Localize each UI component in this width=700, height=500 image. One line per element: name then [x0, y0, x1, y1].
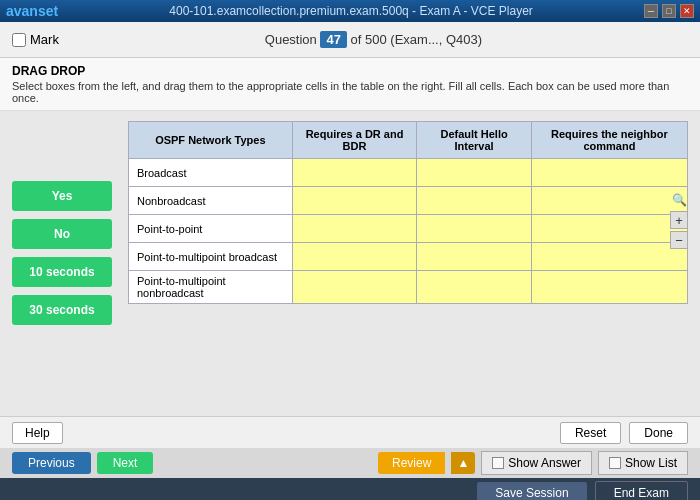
drop-cell[interactable]	[292, 159, 417, 187]
table-row: Point-to-point	[129, 215, 688, 243]
drop-cell[interactable]	[417, 271, 531, 304]
question-type: DRAG DROP	[12, 64, 688, 78]
drag-drop-area: Yes No 10 seconds 30 seconds OSPF Networ…	[12, 121, 688, 406]
ospf-table: OSPF Network Types Requires a DR and BDR…	[128, 121, 688, 304]
col-header-dr-bdr: Requires a DR and BDR	[292, 122, 417, 159]
app-logo: avanset	[6, 3, 58, 19]
row-point-to-point: Point-to-point	[129, 215, 293, 243]
drop-cell[interactable]	[292, 243, 417, 271]
next-button[interactable]: Next	[97, 452, 154, 474]
row-nonbroadcast: Nonbroadcast	[129, 187, 293, 215]
show-answer-button[interactable]: Show Answer	[481, 451, 592, 475]
show-answer-checkbox	[492, 457, 504, 469]
drop-cell[interactable]	[417, 159, 531, 187]
show-list-button[interactable]: Show List	[598, 451, 688, 475]
action-bar: Save Session End Exam	[0, 478, 700, 500]
row-point-to-multipoint-broadcast: Point-to-multipoint broadcast	[129, 243, 293, 271]
drop-cell[interactable]	[292, 215, 417, 243]
zoom-out-button[interactable]: −	[670, 231, 688, 249]
mark-checkbox[interactable]	[12, 33, 26, 47]
bottom-toolbar: Help Reset Done	[0, 416, 700, 448]
mark-checkbox-area[interactable]: Mark	[12, 32, 59, 47]
window-controls[interactable]: ─ □ ✕	[644, 4, 694, 18]
zoom-in-button[interactable]: +	[670, 211, 688, 229]
review-arrow-button[interactable]: ▲	[451, 452, 475, 474]
table-row: Point-to-multipoint nonbroadcast	[129, 271, 688, 304]
drop-cell[interactable]	[531, 215, 687, 243]
show-list-checkbox	[609, 457, 621, 469]
drop-cell[interactable]	[531, 243, 687, 271]
drag-item-no[interactable]: No	[12, 219, 112, 249]
drag-item-yes[interactable]: Yes	[12, 181, 112, 211]
table-row: Nonbroadcast	[129, 187, 688, 215]
title-bar-left: avanset	[6, 3, 58, 19]
review-button[interactable]: Review	[378, 452, 445, 474]
table-row: Point-to-multipoint broadcast	[129, 243, 688, 271]
maximize-button[interactable]: □	[662, 4, 676, 18]
row-point-to-multipoint-nonbroadcast: Point-to-multipoint nonbroadcast	[129, 271, 293, 304]
help-button[interactable]: Help	[12, 422, 63, 444]
right-buttons: Reset Done	[560, 422, 688, 444]
nav-bar: Previous Next Review ▲ Show Answer Show …	[0, 448, 700, 478]
drop-cell[interactable]	[417, 187, 531, 215]
question-header: Mark Question 47 of 500 (Exam..., Q403)	[0, 22, 700, 58]
total-label: of 500 (Exam..., Q403)	[351, 32, 483, 47]
drag-item-10sec[interactable]: 10 seconds	[12, 257, 112, 287]
done-button[interactable]: Done	[629, 422, 688, 444]
drop-cell[interactable]	[292, 187, 417, 215]
drop-cell[interactable]	[531, 159, 687, 187]
minimize-button[interactable]: ─	[644, 4, 658, 18]
end-exam-button[interactable]: End Exam	[595, 481, 688, 500]
col-header-network-types: OSPF Network Types	[129, 122, 293, 159]
mark-label: Mark	[30, 32, 59, 47]
col-header-hello-interval: Default Hello Interval	[417, 122, 531, 159]
question-number: 47	[320, 31, 346, 48]
drop-cell[interactable]	[417, 243, 531, 271]
drop-cell[interactable]	[417, 215, 531, 243]
instructions-area: DRAG DROP Select boxes from the left, an…	[0, 58, 700, 111]
drop-cell[interactable]	[531, 271, 687, 304]
search-icon[interactable]: 🔍	[670, 191, 688, 209]
title-bar: avanset 400-101.examcollection.premium.e…	[0, 0, 700, 22]
question-description: Select boxes from the left, and drag the…	[12, 80, 688, 104]
main-content: 🔍 + − Yes No 10 seconds 30 seconds OSPF …	[0, 111, 700, 416]
previous-button[interactable]: Previous	[12, 452, 91, 474]
save-session-button[interactable]: Save Session	[477, 482, 586, 500]
row-broadcast: Broadcast	[129, 159, 293, 187]
question-info: Question 47 of 500 (Exam..., Q403)	[265, 31, 482, 48]
window-title: 400-101.examcollection.premium.exam.500q…	[58, 4, 644, 18]
show-answer-label: Show Answer	[508, 456, 581, 470]
drag-options: Yes No 10 seconds 30 seconds	[12, 181, 112, 325]
col-header-neighbor: Requires the neighbor command	[531, 122, 687, 159]
drag-item-30sec[interactable]: 30 seconds	[12, 295, 112, 325]
drop-cell[interactable]	[292, 271, 417, 304]
table-row: Broadcast	[129, 159, 688, 187]
question-label: Question	[265, 32, 317, 47]
reset-button[interactable]: Reset	[560, 422, 621, 444]
show-list-label: Show List	[625, 456, 677, 470]
zoom-controls: 🔍 + −	[670, 191, 688, 249]
drop-cell[interactable]	[531, 187, 687, 215]
close-button[interactable]: ✕	[680, 4, 694, 18]
